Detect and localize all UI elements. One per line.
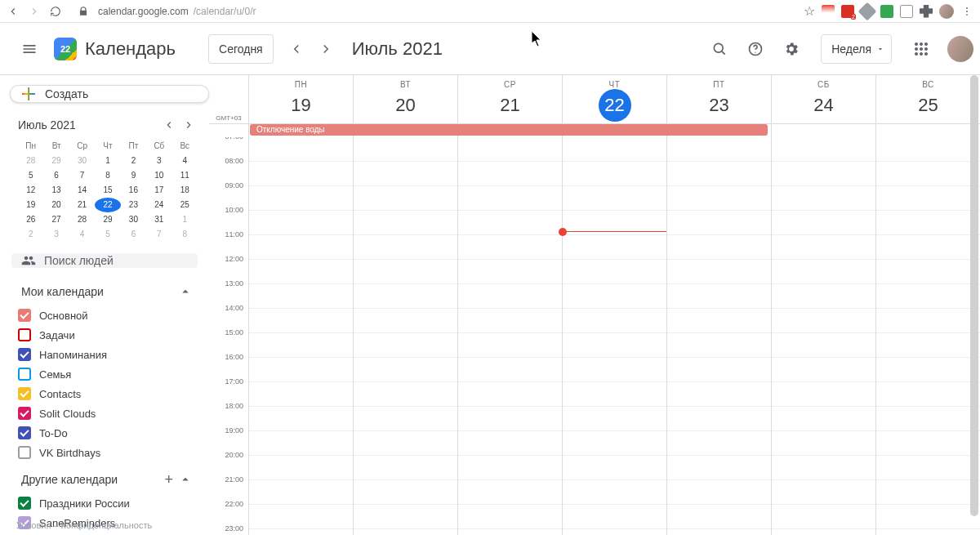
calendar-item[interactable]: Основной [18, 305, 201, 325]
extension-grey-icon[interactable] [858, 2, 877, 20]
calendar-item[interactable]: Solit Clouds [18, 403, 201, 423]
minical-day[interactable]: 6 [43, 168, 69, 183]
minical-day[interactable]: 1 [95, 154, 120, 168]
minical-day[interactable]: 17 [146, 183, 172, 198]
browser-profile-avatar[interactable] [939, 4, 954, 19]
browser-reload-icon[interactable] [49, 5, 62, 18]
minical-next-button[interactable] [180, 116, 198, 134]
extension-gmail-icon[interactable] [822, 5, 835, 18]
minical-day[interactable]: 27 [43, 212, 69, 227]
minical-day[interactable]: 1 [172, 212, 198, 227]
extension-green-icon[interactable] [880, 5, 893, 18]
extension-red-icon[interactable]: 2 [841, 5, 854, 18]
day-date[interactable]: 23 [703, 89, 736, 122]
privacy-link[interactable]: Конфиденциальность [61, 520, 153, 530]
day-date[interactable]: 25 [912, 89, 945, 122]
terms-link[interactable]: Условия [16, 520, 51, 530]
prev-period-button[interactable] [283, 36, 310, 62]
day-header[interactable]: ВТ20 [353, 75, 457, 123]
day-column[interactable] [248, 137, 353, 535]
day-column[interactable] [457, 137, 562, 535]
day-date[interactable]: 24 [808, 89, 840, 122]
day-date[interactable]: 19 [285, 89, 318, 122]
add-calendar-button[interactable]: + [164, 472, 173, 487]
minical-day[interactable]: 14 [69, 183, 95, 198]
browser-back-icon[interactable] [7, 5, 20, 18]
minical-day[interactable]: 3 [43, 227, 69, 242]
bookmark-star-icon[interactable]: ☆ [804, 3, 815, 19]
minical-day[interactable]: 29 [43, 154, 69, 168]
calendar-item[interactable]: Напоминания [18, 345, 201, 364]
allday-event[interactable]: Отключение воды [250, 124, 768, 136]
vertical-scrollbar[interactable] [969, 75, 980, 535]
calendar-checkbox[interactable] [18, 309, 31, 322]
minical-day[interactable]: 19 [18, 198, 43, 212]
minical-day[interactable]: 9 [121, 168, 146, 183]
minical-day[interactable]: 21 [69, 198, 95, 212]
day-date[interactable]: 22 [599, 89, 631, 122]
minical-day[interactable]: 20 [43, 198, 69, 212]
minical-day[interactable]: 29 [95, 212, 120, 227]
minical-day[interactable]: 24 [146, 198, 172, 212]
browser-forward-icon[interactable] [28, 5, 41, 18]
day-column[interactable] [666, 137, 771, 535]
calendar-item[interactable]: Contacts [18, 384, 201, 403]
search-people-input[interactable]: Поиск людей [11, 253, 198, 268]
minical-day[interactable]: 8 [172, 227, 198, 242]
minical-day[interactable]: 16 [121, 183, 146, 198]
calendar-checkbox[interactable] [18, 368, 31, 381]
day-column[interactable] [875, 137, 980, 535]
browser-menu-icon[interactable] [960, 5, 973, 18]
allday-slot[interactable] [875, 124, 980, 137]
day-header[interactable]: ПТ23 [666, 75, 771, 123]
day-column[interactable] [353, 137, 457, 535]
minical-day[interactable]: 6 [121, 227, 146, 242]
settings-button[interactable] [775, 33, 808, 65]
minical-day[interactable]: 2 [121, 154, 146, 168]
allday-row[interactable]: Отключение воды [209, 124, 980, 137]
minical-day[interactable]: 28 [69, 212, 95, 227]
minical-prev-button[interactable] [160, 116, 178, 134]
address-bar[interactable]: calendar.google.com/calendar/u/0/r [98, 6, 256, 17]
calendar-checkbox[interactable] [18, 407, 31, 420]
minical-day[interactable]: 28 [18, 154, 43, 168]
minical-day[interactable]: 25 [172, 198, 198, 212]
minical-day[interactable]: 7 [146, 227, 172, 242]
calendar-item[interactable]: To-Do [18, 423, 201, 443]
create-button[interactable]: Создать [10, 85, 209, 103]
day-header[interactable]: ПН19 [248, 75, 353, 123]
support-button[interactable] [739, 33, 772, 65]
next-period-button[interactable] [313, 36, 339, 62]
calendar-checkbox[interactable] [18, 387, 31, 400]
day-column[interactable] [562, 137, 666, 535]
day-header[interactable]: ВС25 [875, 75, 980, 123]
today-button[interactable]: Сегодня [208, 34, 274, 64]
calendar-item[interactable]: VK Birtdhays [18, 443, 201, 462]
my-calendars-header[interactable]: Мои календари [0, 279, 209, 304]
calendar-item[interactable]: Семья [18, 364, 201, 384]
minical-day[interactable]: 13 [43, 183, 69, 198]
minical-day[interactable]: 8 [95, 168, 120, 183]
calendar-item[interactable]: Праздники России [18, 493, 201, 513]
view-selector[interactable]: Неделя [821, 34, 892, 64]
other-calendars-header[interactable]: Другие календари + [0, 467, 209, 492]
minical-day[interactable]: 22 [95, 198, 120, 212]
extension-notion-icon[interactable] [900, 5, 913, 18]
extensions-puzzle-icon[interactable] [920, 5, 933, 18]
minical-day[interactable]: 3 [146, 154, 172, 168]
minical-day[interactable]: 15 [95, 183, 120, 198]
minical-day[interactable]: 4 [69, 227, 95, 242]
minical-day[interactable]: 30 [121, 212, 146, 227]
calendar-checkbox[interactable] [18, 446, 31, 459]
minical-day[interactable]: 5 [18, 168, 43, 183]
day-header[interactable]: ЧТ22 [562, 75, 666, 123]
day-column[interactable] [771, 137, 875, 535]
calendar-item[interactable]: Задачи [18, 325, 201, 345]
calendar-checkbox[interactable] [18, 426, 31, 439]
minical-day[interactable]: 5 [95, 227, 120, 242]
minical-day[interactable]: 11 [172, 168, 198, 183]
calendar-checkbox[interactable] [18, 497, 31, 510]
allday-slot[interactable] [771, 124, 875, 137]
minical-day[interactable]: 26 [18, 212, 43, 227]
minical-day[interactable]: 23 [121, 198, 146, 212]
